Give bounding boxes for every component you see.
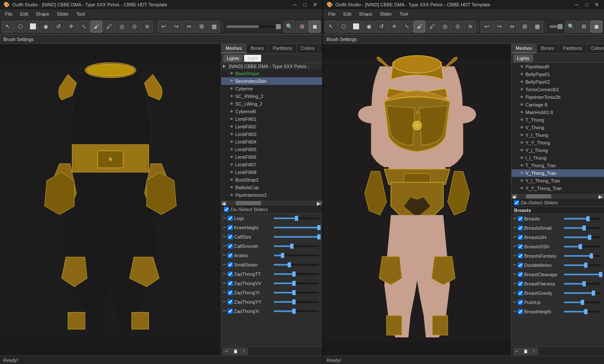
- mesh-item-torsoconnect01[interactable]: 👁 TorsoConnect01: [511, 86, 604, 93]
- mesh-item-t-thong[interactable]: 👁 T_Thong: [511, 116, 604, 124]
- track-smallseam[interactable]: [274, 264, 319, 266]
- eye-carriageb[interactable]: 👁: [520, 103, 524, 107]
- mesh-item-bellypipe02[interactable]: 👁 BellyPipe02: [511, 78, 604, 86]
- mesh-item-pipeintertorso2[interactable]: 👁 PipeIntertorso2: [221, 191, 322, 199]
- slider-icon-btn2-right[interactable]: 📋: [522, 348, 529, 355]
- eye-pipeintertorso2b[interactable]: 👁: [520, 95, 524, 99]
- mesh-item-cyberneB[interactable]: 👁 CyberneB: [221, 108, 322, 115]
- menu-file-left[interactable]: File: [2, 11, 16, 17]
- tool-rect-select-left[interactable]: ⬜: [27, 21, 39, 33]
- tool-smooth-right[interactable]: ≋: [464, 21, 476, 33]
- tool-smooth-left[interactable]: ≋: [141, 21, 153, 33]
- eye-limbfill06[interactable]: 👁: [230, 155, 234, 159]
- pencil-breastsssh[interactable]: ✏: [513, 244, 517, 249]
- eye-sc-lwing[interactable]: 👁: [230, 102, 234, 106]
- pencil-breastsfantasy[interactable]: ✏: [513, 253, 517, 258]
- eye-cyberne[interactable]: 👁: [230, 87, 234, 91]
- mesh-item-sc-lwing[interactable]: 👁 SC_LWing_2: [221, 100, 322, 108]
- pencil-kneeheight[interactable]: ✏: [223, 225, 226, 230]
- track-breastssh[interactable]: [564, 236, 601, 238]
- eye-limbfill05[interactable]: 👁: [230, 147, 234, 152]
- slider-icon-btn3-left[interactable]: Y: [240, 348, 248, 355]
- tool-inflate-left[interactable]: ◎: [116, 21, 128, 33]
- mesh-item-bootstrap2[interactable]: 👁 BootStrap2: [221, 176, 322, 184]
- mesh-item-pipeintertorso2b[interactable]: 👁 PipeInterTorso2b: [511, 93, 604, 101]
- pencil-ankles[interactable]: ✏: [223, 253, 226, 258]
- pencil-breastheight[interactable]: ✏: [513, 309, 517, 314]
- tool-circle-left[interactable]: ◉: [40, 21, 52, 33]
- eye-bootstrap2[interactable]: 👁: [230, 178, 234, 182]
- tool-undo-right[interactable]: ↩: [481, 21, 492, 33]
- track-breastheight[interactable]: [564, 311, 601, 312]
- eye-ii-thong[interactable]: 👁: [520, 156, 524, 160]
- check-legs[interactable]: [228, 216, 233, 221]
- eye-limbfill07[interactable]: 👁: [230, 163, 234, 167]
- eye-ys-thong[interactable]: 👁: [520, 148, 524, 152]
- mesh-item-yi-thong[interactable]: 👁 Y_I_Thong: [511, 131, 604, 139]
- deselect-sliders-checkbox-right[interactable]: [514, 200, 519, 205]
- check-zapthongtt[interactable]: [228, 272, 233, 277]
- track-breastcleavage[interactable]: [564, 274, 601, 275]
- mesh-item-sc-rwing[interactable]: 👁 SC_RWing_2: [221, 92, 322, 100]
- check-breastsssh[interactable]: [518, 244, 523, 249]
- subtab-lights-left[interactable]: Lights: [223, 54, 243, 62]
- check-breastgravity[interactable]: [518, 291, 523, 296]
- pencil-breastssh[interactable]: ✏: [513, 235, 517, 239]
- zoom-thumb-right[interactable]: [558, 24, 563, 29]
- eye-mainhub018[interactable]: 👁: [520, 110, 524, 114]
- eye-secondaryskin[interactable]: 👁: [230, 79, 234, 83]
- eye-bellypipe02[interactable]: 👁: [520, 80, 524, 84]
- tool-mask-right[interactable]: ▦: [531, 21, 543, 33]
- eye-limbfill04[interactable]: 👁: [230, 140, 234, 144]
- track-breastflatness[interactable]: [564, 283, 601, 285]
- mesh-item-limbfill03[interactable]: 👁 LimbFill03: [221, 130, 322, 138]
- mesh-item-ballistacup[interactable]: 👁 BallistaCup: [221, 184, 322, 191]
- mesh-item-bellypipe01[interactable]: 👁 BellyPipe01: [511, 71, 604, 78]
- eye-ballistacup[interactable]: 👁: [230, 185, 234, 190]
- left-mesh-hscrollbar[interactable]: ◀ ▶: [221, 201, 322, 206]
- pencil-breastgravity[interactable]: ✏: [513, 291, 517, 295]
- eye-yi-thong-tran[interactable]: 👁: [520, 179, 524, 183]
- mesh-item-pipewaist[interactable]: 👁 PipeWaistR: [511, 63, 604, 71]
- menu-tool-left[interactable]: Tool: [73, 11, 88, 17]
- eye-limbfill08[interactable]: 👁: [230, 170, 234, 174]
- mesh-root-left[interactable]: [NIND] CBBE DMA - Type XXX Pelvis -: [221, 63, 322, 70]
- eye-limbfill01[interactable]: 👁: [230, 117, 234, 121]
- track-zapthongyy[interactable]: [274, 301, 319, 303]
- subtab-lights-right[interactable]: Lights: [513, 54, 533, 62]
- pencil-calfsize[interactable]: ✏: [223, 234, 226, 239]
- check-zapthongyi2[interactable]: [228, 309, 233, 314]
- eye-pipewaist[interactable]: 👁: [520, 65, 524, 69]
- pencil-breastflatness[interactable]: ✏: [513, 281, 517, 286]
- check-zapthongyy[interactable]: [228, 299, 233, 304]
- tool-select-right[interactable]: ⬡: [337, 21, 349, 33]
- tool-mirror-left[interactable]: ⇔: [183, 21, 195, 33]
- tab-partitions-left[interactable]: Partitions: [269, 44, 297, 53]
- tool-zoom-in-right[interactable]: 🔍: [565, 21, 577, 33]
- pencil-zapthongtt[interactable]: ✏: [223, 272, 226, 276]
- mesh-item-v-thong[interactable]: 👁 V_Thong: [511, 124, 604, 131]
- tool-move-left[interactable]: ✛: [65, 21, 77, 33]
- mesh-item-t-thong-tran[interactable]: 👁 T_Thong_Tran: [511, 162, 604, 169]
- track-breastsssh[interactable]: [564, 246, 601, 247]
- track-zapthongtt[interactable]: [274, 273, 319, 275]
- tab-colors-right[interactable]: Colors: [587, 44, 604, 53]
- check-breastheight[interactable]: [518, 309, 523, 314]
- eye-baseshape[interactable]: 👁: [230, 71, 234, 76]
- pencil-legs[interactable]: ✏: [223, 216, 226, 220]
- left-sliders-panel[interactable]: ✏ Legs ✏ KneeHeight: [221, 214, 322, 346]
- check-kneeheight[interactable]: [228, 225, 233, 230]
- track-ankles[interactable]: [274, 255, 319, 256]
- eye-v-thong[interactable]: 👁: [520, 125, 524, 130]
- pencil-zapthongyy[interactable]: ✏: [223, 299, 226, 304]
- mesh-item-yy-thong-tran[interactable]: 👁 Y_Y_Thong_Tran: [511, 185, 604, 192]
- hscroll-right-left-arrow[interactable]: ◀: [512, 194, 517, 198]
- menu-file-right[interactable]: File: [325, 11, 339, 17]
- mesh-item-yy-thong[interactable]: 👁 Y_Y_Thong: [511, 139, 604, 147]
- mesh-item-mainhub018[interactable]: 👁 MainHub01:8: [511, 109, 604, 116]
- mesh-item-limbfill05[interactable]: 👁 LimbFill05: [221, 146, 322, 153]
- pencil-breastcleavage[interactable]: ✏: [513, 272, 517, 277]
- subtab-light-left[interactable]: Light: [244, 54, 261, 62]
- close-btn-left[interactable]: ✕: [311, 2, 319, 8]
- tool-arrow-right[interactable]: ↖: [325, 21, 337, 33]
